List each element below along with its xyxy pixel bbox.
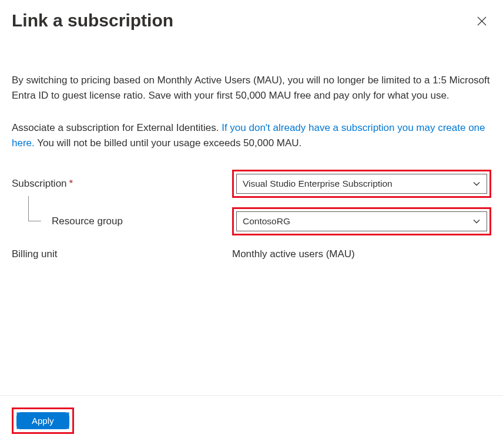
resource-group-dropdown[interactable]: ContosoRG bbox=[236, 211, 487, 231]
subscription-dropdown[interactable]: Visual Studio Enterprise Subscription bbox=[236, 174, 487, 194]
associate-text: Associate a subscription for External Id… bbox=[12, 120, 491, 151]
subscription-value: Visual Studio Enterprise Subscription bbox=[243, 178, 393, 189]
subscription-label: Subscription bbox=[12, 178, 67, 190]
required-indicator: * bbox=[69, 178, 73, 190]
description-text: By switching to pricing based on Monthly… bbox=[12, 73, 491, 104]
subscription-highlight: Visual Studio Enterprise Subscription bbox=[232, 170, 491, 198]
billing-unit-label: Billing unit bbox=[12, 248, 58, 260]
apply-highlight: Apply bbox=[12, 407, 74, 434]
close-icon bbox=[477, 16, 487, 26]
resource-group-label: Resource group bbox=[52, 215, 123, 227]
tree-branch-icon bbox=[16, 214, 41, 229]
resource-group-value: ContosoRG bbox=[243, 216, 290, 227]
apply-button[interactable]: Apply bbox=[16, 412, 69, 429]
billing-unit-value: Monthly active users (MAU) bbox=[232, 248, 355, 260]
page-title: Link a subscription bbox=[12, 11, 173, 31]
associate-prefix: Associate a subscription for External Id… bbox=[12, 122, 222, 133]
chevron-down-icon bbox=[472, 217, 481, 225]
associate-suffix: You will not be billed until your usage … bbox=[35, 137, 302, 149]
chevron-down-icon bbox=[472, 180, 481, 188]
footer: Apply bbox=[0, 395, 503, 448]
resource-group-highlight: ContosoRG bbox=[232, 207, 491, 235]
close-button[interactable] bbox=[475, 14, 489, 30]
